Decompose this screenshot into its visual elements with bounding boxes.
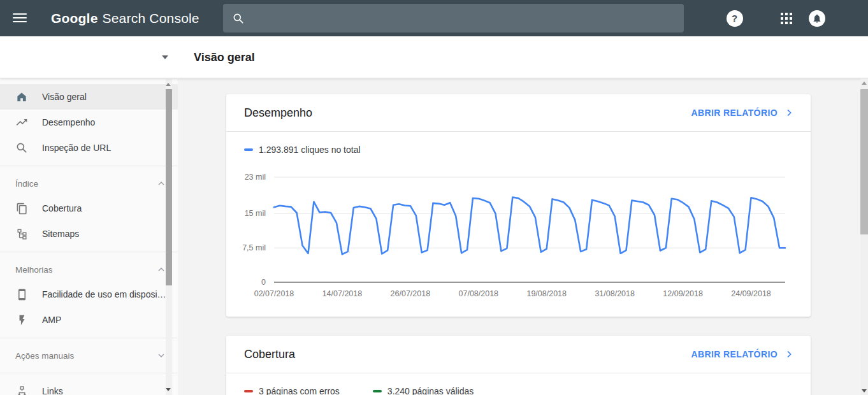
sidebar-scrollbar-thumb[interactable] bbox=[166, 89, 172, 285]
logo-google: Google bbox=[51, 11, 98, 26]
svg-text:0: 0 bbox=[261, 278, 266, 287]
svg-text:31/08/2018: 31/08/2018 bbox=[595, 289, 635, 298]
svg-text:07/08/2018: 07/08/2018 bbox=[459, 289, 499, 298]
sidebar-item-label: Visão geral bbox=[42, 92, 87, 102]
svg-text:24/09/2018: 24/09/2018 bbox=[731, 289, 771, 298]
legend-dash bbox=[373, 390, 382, 392]
performance-card: Desempenho ABRIR RELATÓRIO 1.293.891 cli… bbox=[226, 94, 811, 317]
open-report-label: ABRIR RELATÓRIO bbox=[691, 108, 778, 118]
scroll-down-icon[interactable] bbox=[862, 389, 867, 392]
search-bar[interactable] bbox=[223, 4, 684, 32]
legend-label: 3.240 páginas válidas bbox=[387, 386, 474, 395]
legend-row: 1.293.891 cliques no total bbox=[226, 132, 811, 155]
sidebar-item-label: Cobertura bbox=[42, 203, 82, 213]
main-content: Desempenho ABRIR RELATÓRIO 1.293.891 cli… bbox=[179, 79, 868, 395]
legend-row: 3 páginas com erros 3.240 páginas válida… bbox=[226, 373, 811, 395]
divider bbox=[0, 166, 178, 166]
open-report-button[interactable]: ABRIR RELATÓRIO bbox=[691, 349, 794, 359]
sidebar-item-label: Sitemaps bbox=[42, 229, 79, 239]
page-title: Visão geral bbox=[194, 36, 255, 78]
chevron-down-icon bbox=[162, 55, 168, 59]
legend-dash bbox=[244, 390, 253, 392]
sidebar-item-visao-geral[interactable]: Visão geral bbox=[0, 84, 178, 110]
svg-text:02/07/2018: 02/07/2018 bbox=[254, 289, 294, 298]
scroll-up-icon[interactable] bbox=[862, 82, 867, 85]
chevron-up-icon bbox=[156, 264, 166, 275]
sidebar-section-acoes-manuais[interactable]: Ações manuais bbox=[0, 343, 178, 368]
top-strip: Visão geral bbox=[0, 36, 868, 78]
notifications-button[interactable] bbox=[808, 10, 825, 27]
logo-search-console: Search Console bbox=[103, 11, 199, 26]
chevron-down-icon bbox=[156, 350, 166, 361]
chevron-right-icon bbox=[784, 349, 794, 359]
divider bbox=[0, 252, 178, 252]
scroll-down-icon[interactable] bbox=[166, 388, 171, 391]
home-icon bbox=[15, 90, 28, 103]
svg-text:12/09/2018: 12/09/2018 bbox=[663, 289, 703, 298]
card-header: Cobertura ABRIR RELATÓRIO bbox=[226, 336, 811, 373]
links-icon bbox=[15, 385, 28, 395]
sidebar-item-sitemaps[interactable]: Sitemaps bbox=[0, 221, 178, 247]
divider bbox=[0, 373, 178, 373]
sidebar-item-facilidade-uso[interactable]: Facilidade de uso em disposi… bbox=[0, 282, 178, 307]
card-title: Desempenho bbox=[244, 106, 312, 120]
svg-text:26/07/2018: 26/07/2018 bbox=[391, 289, 431, 298]
sidebar-item-label: Inspeção de URL bbox=[42, 143, 111, 153]
trending-up-icon bbox=[15, 116, 28, 129]
section-label: Índice bbox=[15, 179, 38, 189]
section-label: Ações manuais bbox=[15, 351, 74, 361]
sidebar-item-label: Desempenho bbox=[42, 117, 95, 127]
section-label: Melhorias bbox=[15, 265, 53, 275]
app-logo: Google Search Console bbox=[51, 0, 199, 36]
legend-item-valid: 3.240 páginas válidas bbox=[373, 386, 474, 395]
mobile-phone-icon bbox=[15, 288, 28, 301]
sidebar-section-indice[interactable]: Índice bbox=[0, 171, 178, 196]
apps-grid-button[interactable] bbox=[778, 10, 795, 27]
legend-label: 3 páginas com erros bbox=[259, 386, 340, 395]
help-button[interactable]: ? bbox=[726, 10, 743, 27]
chevron-up-icon bbox=[156, 178, 166, 189]
sidebar-item-label: AMP bbox=[42, 315, 61, 325]
svg-text:19/08/2018: 19/08/2018 bbox=[526, 289, 567, 298]
search-icon bbox=[232, 12, 245, 25]
legend-dash bbox=[244, 148, 253, 151]
chevron-right-icon bbox=[784, 108, 794, 118]
scroll-up-icon[interactable] bbox=[166, 83, 171, 86]
performance-line-chart[interactable]: 07,5 mil15 mil23 mil02/07/201814/07/2018… bbox=[226, 161, 811, 308]
sidebar-item-desempenho[interactable]: Desempenho bbox=[0, 110, 178, 135]
url-inspection-icon bbox=[15, 141, 28, 154]
open-report-button[interactable]: ABRIR RELATÓRIO bbox=[691, 108, 794, 118]
svg-text:7,5 mil: 7,5 mil bbox=[242, 243, 266, 252]
app-header: Google Search Console ? bbox=[0, 0, 868, 36]
card-header: Desempenho ABRIR RELATÓRIO bbox=[226, 94, 811, 132]
sidebar-item-label: Links bbox=[42, 386, 63, 395]
sidebar: Visão geral Desempenho Inspeção de URL Í… bbox=[0, 79, 178, 395]
open-report-label: ABRIR RELATÓRIO bbox=[691, 349, 778, 359]
legend-item-errors: 3 páginas com erros bbox=[244, 386, 340, 395]
svg-text:14/07/2018: 14/07/2018 bbox=[322, 289, 363, 298]
apps-grid-icon bbox=[780, 12, 793, 25]
legend-label: 1.293.891 cliques no total bbox=[259, 145, 361, 155]
svg-text:15 mil: 15 mil bbox=[245, 209, 266, 218]
sidebar-section-melhorias[interactable]: Melhorias bbox=[0, 257, 178, 282]
divider bbox=[0, 338, 178, 338]
menu-icon[interactable] bbox=[13, 11, 29, 24]
bell-icon bbox=[809, 10, 825, 27]
legend-item-clicks: 1.293.891 cliques no total bbox=[244, 145, 361, 155]
sidebar-item-cobertura[interactable]: Cobertura bbox=[0, 196, 178, 221]
lightning-bolt-icon bbox=[15, 313, 28, 326]
page-scrollbar-thumb[interactable] bbox=[860, 89, 868, 234]
coverage-card: Cobertura ABRIR RELATÓRIO 3 páginas com … bbox=[226, 336, 811, 395]
help-icon: ? bbox=[727, 10, 743, 27]
sidebar-item-inspecao-url[interactable]: Inspeção de URL bbox=[0, 135, 178, 161]
card-title: Cobertura bbox=[244, 348, 295, 361]
coverage-pages-icon bbox=[15, 202, 28, 215]
property-selector[interactable] bbox=[0, 36, 178, 78]
sidebar-item-amp[interactable]: AMP bbox=[0, 307, 178, 333]
sitemap-tree-icon bbox=[15, 227, 28, 240]
search-input[interactable] bbox=[252, 13, 675, 24]
sidebar-item-links[interactable]: Links bbox=[0, 378, 178, 395]
sidebar-item-label: Facilidade de uso em disposi… bbox=[42, 289, 166, 299]
svg-text:23 mil: 23 mil bbox=[245, 173, 266, 182]
